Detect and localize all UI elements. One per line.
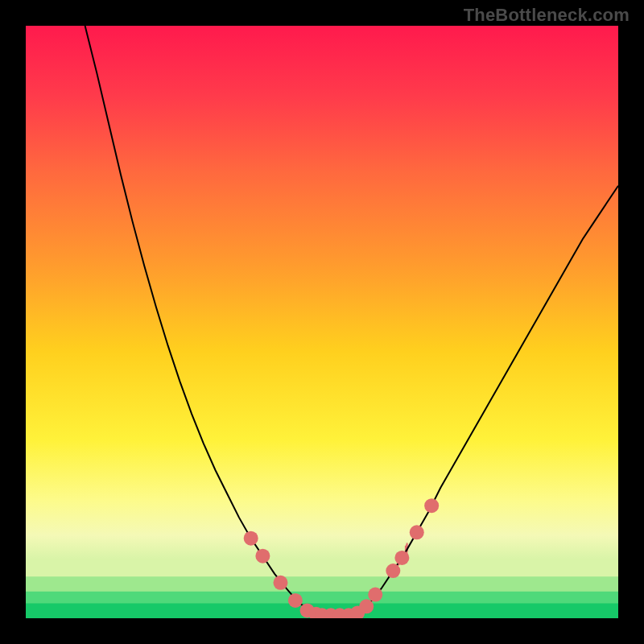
marker-dot <box>410 525 424 539</box>
green-band <box>26 576 618 591</box>
marker-dot <box>273 576 287 590</box>
marker-dot <box>424 498 439 513</box>
bottleneck-chart <box>26 26 618 618</box>
marker-dot <box>368 588 382 602</box>
marker-dot <box>288 593 303 608</box>
plot-area <box>26 26 618 618</box>
marker-dot <box>255 549 270 564</box>
chart-frame: TheBottleneck.com <box>0 0 644 644</box>
watermark-label: TheBottleneck.com <box>464 5 630 26</box>
green-band <box>26 592 618 604</box>
gradient-background <box>26 26 618 618</box>
marker-dot <box>244 531 258 546</box>
green-band <box>26 559 618 576</box>
marker-dot <box>394 551 409 565</box>
marker-dot <box>386 564 400 578</box>
marker-dot <box>359 599 374 613</box>
